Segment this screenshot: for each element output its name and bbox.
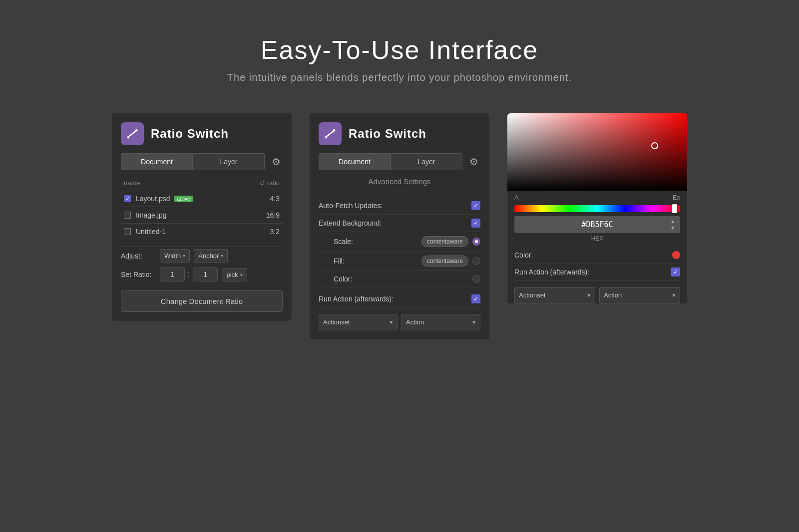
chevron-down-icon: ▾ [672, 291, 676, 299]
doc-ratio-2: 3:2 [270, 228, 280, 236]
action-select-3[interactable]: Action ▾ [599, 287, 680, 303]
color-dot [672, 251, 680, 259]
color-radio[interactable] [472, 275, 480, 283]
fill-pill[interactable]: contentaware [421, 256, 468, 266]
panel-ratio-switch-2: Ratio Switch Document Layer ⚙ Advanced S… [310, 113, 489, 339]
doc-checkbox-2[interactable] [124, 228, 131, 235]
down-arrow-icon: ▼ [670, 225, 675, 231]
adjust-row: Adjust: Width ▾ Anchor ▾ [121, 249, 283, 263]
autofetch-checkbox[interactable]: ✓ [471, 201, 480, 210]
setting-color-3: Color: [514, 247, 680, 264]
setting-fill: Fill: contentaware [319, 252, 480, 271]
fill-radio[interactable] [472, 257, 480, 265]
hex-value: #DB5F6C [581, 220, 613, 229]
chevron-down-icon: ▾ [221, 253, 223, 259]
run-action-label-3: Run Action (afterwards): [514, 268, 589, 276]
doc-list-header: name ↺ ratio [121, 177, 283, 189]
gear-button-2[interactable]: ⚙ [467, 154, 480, 170]
actionset-label-2: Actionset [323, 318, 350, 326]
tab-layer-1[interactable]: Layer [193, 153, 265, 170]
panel1-header: Ratio Switch [121, 122, 283, 145]
advanced-settings-title: Advanced Settings [319, 177, 480, 191]
page-title: Easy-To-Use Interface [227, 35, 572, 65]
extend-bg-checkbox[interactable]: ✓ [471, 219, 480, 228]
set-ratio-label: Set Ratio: [121, 270, 156, 278]
ratio-switch-icon-1 [121, 122, 144, 145]
setting-run-action-2: Run Action (afterwards): ✓ [319, 290, 480, 308]
panels-container: Ratio Switch Document Layer ⚙ name ↺ rat… [112, 113, 687, 339]
doc-filename-0: Layout.psd [136, 195, 170, 203]
ratio-inputs: : [160, 267, 218, 281]
panel1-title: Ratio Switch [151, 127, 229, 141]
doc-name-2: Untitled-1 [136, 228, 270, 236]
scale-pill[interactable]: contentaware [421, 236, 468, 247]
svg-line-0 [128, 130, 137, 137]
hue-slider[interactable] [514, 205, 680, 212]
chevron-down-icon: ▾ [240, 272, 243, 277]
page-subtitle: The intuitive panels blends perfectly in… [227, 72, 572, 83]
hex-input-area[interactable]: #DB5F6C ▲ ▼ [514, 216, 680, 233]
scale-label: Scale: [334, 238, 353, 246]
doc-ratio-0: 4:3 [270, 195, 280, 203]
run-action-checkbox-3[interactable]: ✓ [671, 267, 680, 276]
action-row-3: Actionset ▾ Action ▾ [514, 287, 680, 303]
ratio-switch-icon-2 [319, 122, 342, 145]
tab-layer-2[interactable]: Layer [391, 153, 462, 170]
gear-button-1[interactable]: ⚙ [270, 154, 283, 170]
action-label-2: Action [406, 318, 424, 326]
setting-run-action-3: Run Action (afterwards): ✓ [514, 264, 680, 281]
color-gradient[interactable] [507, 113, 687, 191]
fill-label: Fill: [334, 257, 345, 265]
change-document-ratio-button[interactable]: Change Document Ratio [121, 290, 283, 312]
pick-select[interactable]: pick ▾ [222, 268, 247, 281]
doc-checkbox-1[interactable] [124, 212, 131, 219]
page-header: Easy-To-Use Interface The intuitive pane… [227, 35, 572, 83]
action-row-2: Actionset ▾ Action ▾ [319, 314, 480, 330]
table-row[interactable]: ✓ Layout.psd active 4:3 [121, 191, 283, 207]
color-cursor [651, 142, 658, 149]
panel3-info-bar: A Ex #DB5F6C ▲ ▼ HEX Color: [507, 191, 687, 303]
panel1-tabs: Document Layer ⚙ [121, 153, 283, 170]
chevron-down-icon: ▾ [472, 318, 476, 326]
setting-scale: Scale: contentaware [319, 232, 480, 252]
actionset-label-3: Actionset [519, 291, 545, 299]
doc-filename-2: Untitled-1 [136, 228, 166, 236]
active-badge-0: active [174, 196, 193, 202]
action-select-2[interactable]: Action ▾ [401, 314, 480, 330]
ratio-input-2[interactable] [193, 267, 218, 281]
doc-filename-1: Image.jpg [136, 211, 166, 219]
a-label: A [514, 194, 519, 201]
chevron-down-icon: ▾ [183, 253, 185, 259]
run-action-label-2: Run Action (afterwards): [319, 295, 394, 303]
doc-ratio-1: 16:9 [266, 211, 280, 219]
extend-bg-label: Extend Background: [319, 219, 382, 227]
setting-color: Color: [319, 271, 480, 287]
panel-color-picker: A Ex #DB5F6C ▲ ▼ HEX Color: [507, 113, 687, 303]
setting-extend-bg: Extend Background: ✓ [319, 215, 480, 232]
up-arrow-icon: ▲ [670, 219, 675, 224]
chevron-down-icon: ▾ [587, 291, 591, 299]
tab-document-1[interactable]: Document [121, 153, 193, 170]
width-select[interactable]: Width ▾ [160, 249, 190, 263]
table-row[interactable]: Untitled-1 3:2 [121, 224, 283, 240]
scale-radio[interactable] [472, 238, 480, 246]
panel2-tabs: Document Layer ⚙ [319, 153, 480, 170]
set-ratio-row: Set Ratio: : pick ▾ [121, 267, 283, 281]
actionset-select-3[interactable]: Actionset ▾ [514, 287, 595, 303]
col-ratio: ↺ ratio [260, 179, 280, 187]
panel2-title: Ratio Switch [349, 127, 426, 141]
tab-document-2[interactable]: Document [319, 153, 391, 170]
autofetch-label: Auto-Fetch Updates: [319, 202, 383, 210]
actionset-select-2[interactable]: Actionset ▾ [319, 314, 398, 330]
table-row[interactable]: Image.jpg 16:9 [121, 207, 283, 224]
ex-label: Ex [673, 194, 680, 201]
action-label-3: Action [604, 291, 622, 299]
svg-line-1 [326, 130, 335, 137]
doc-checkbox-0[interactable]: ✓ [124, 195, 131, 202]
ratio-input-1[interactable] [160, 267, 185, 281]
doc-name-0: Layout.psd active [136, 195, 270, 203]
colon-separator: : [188, 270, 190, 279]
run-action-checkbox-2[interactable]: ✓ [471, 294, 480, 303]
anchor-select[interactable]: Anchor ▾ [194, 249, 228, 263]
doc-name-1: Image.jpg [136, 211, 266, 219]
